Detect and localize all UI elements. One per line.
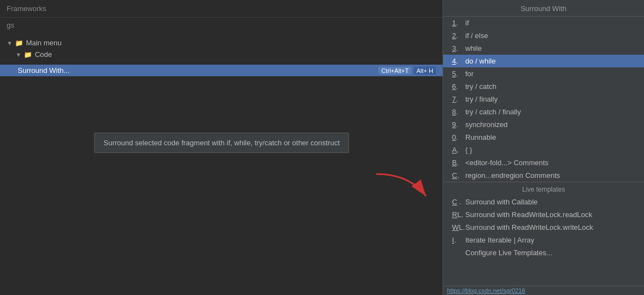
arrow-icon: ▼: [7, 40, 13, 46]
item-text: region...endregion Comments: [465, 171, 560, 180]
underline-key: 3: [452, 44, 456, 52]
shortcut-1: Ctrl+Alt+T: [378, 67, 412, 75]
surround-item[interactable]: 6. try / catch: [443, 80, 644, 93]
underline-key: 5: [452, 70, 456, 78]
item-key: 2.: [452, 31, 465, 40]
surround-item[interactable]: A. { }: [443, 144, 644, 156]
surround-item[interactable]: 0. Runnable: [443, 131, 644, 144]
underline-key: 9: [452, 120, 456, 129]
underline-key: C: [452, 198, 457, 206]
item-text: do / while: [465, 57, 496, 65]
surround-item[interactable]: 2. if / else: [443, 29, 644, 42]
underline-key: 2: [452, 31, 456, 40]
item-key: 5.: [452, 70, 465, 78]
underline-key: 1: [452, 19, 456, 27]
surround-item[interactable]: 4. do / while: [443, 55, 644, 67]
gs-text: gs: [7, 21, 14, 29]
live-item-key: RL.: [452, 210, 465, 219]
underline-key: 4: [452, 57, 456, 65]
surround-item[interactable]: B. <editor-fold...> Comments: [443, 156, 644, 169]
surround-with-label: Surround With...: [18, 66, 70, 75]
item-text: try / catch: [465, 82, 496, 91]
underline-key: 6: [452, 82, 456, 91]
live-item[interactable]: C . Surround with Callable: [443, 196, 644, 208]
underline-key: I: [452, 236, 454, 244]
item-key: 8.: [452, 108, 465, 116]
folder-icon: 📁: [15, 39, 23, 47]
live-item-text: Surround with ReadWriteLock.readLock: [465, 210, 593, 219]
live-item[interactable]: RL. Surround with ReadWriteLock.readLock: [443, 208, 644, 221]
frameworks-label: Frameworks: [7, 4, 46, 13]
live-item-text: Configure Live Templates...: [465, 249, 552, 257]
item-text: try / finally: [465, 95, 498, 103]
surround-item[interactable]: 1. if: [443, 17, 644, 29]
surround-item[interactable]: 7. try / finally: [443, 93, 644, 106]
underline-key: W: [452, 223, 459, 231]
item-key: 9.: [452, 120, 465, 129]
surround-item[interactable]: C. region...endregion Comments: [443, 169, 644, 182]
surround-with-menu-item[interactable]: Surround With... Ctrl+Alt+T Alt+ H: [0, 65, 443, 76]
live-item[interactable]: WL. Surround with ReadWriteLock.writeLoc…: [443, 221, 644, 234]
surround-item[interactable]: 9. synchronized: [443, 118, 644, 131]
item-text: while: [465, 44, 482, 52]
item-key: 1.: [452, 19, 465, 27]
live-items-list: C . Surround with CallableRL. Surround w…: [443, 196, 644, 259]
tooltip-box: Surround selected code fragment with if,…: [94, 133, 349, 153]
underline-key: 0: [452, 133, 456, 141]
item-key: 3.: [452, 44, 465, 52]
shortcut-2: Alt+ H: [414, 67, 436, 75]
item-key: B.: [452, 159, 465, 167]
right-panel: Surround With 1. if2. if / else3. while4…: [443, 0, 644, 295]
arrow-indicator: [365, 163, 443, 207]
live-item-text: Surround with Callable: [465, 198, 538, 206]
underline-key: 7: [452, 95, 456, 103]
item-key: 4.: [452, 57, 465, 65]
tooltip-text: Surround selected code fragment with if,…: [103, 139, 340, 147]
surround-with-title: Surround With: [443, 0, 644, 17]
live-item-text: Iterate Iterable | Array: [465, 236, 534, 244]
surround-item[interactable]: 8. try / catch / finally: [443, 106, 644, 118]
folder-icon-code: 📁: [24, 51, 32, 59]
gs-label: gs: [0, 18, 443, 33]
item-text: if / else: [465, 31, 488, 40]
underline-key: R: [452, 210, 457, 219]
live-item-key: WL.: [452, 223, 465, 231]
item-key: 6.: [452, 82, 465, 91]
underline-key: A: [452, 146, 457, 154]
surround-item[interactable]: 3. while: [443, 42, 644, 55]
left-panel: Frameworks gs ▼ 📁 Main menu ▼ 📁 Code Sur…: [0, 0, 443, 295]
live-templates-header: Live templates: [443, 182, 644, 196]
item-text: try / catch / finally: [465, 108, 521, 116]
surround-item[interactable]: 5. for: [443, 67, 644, 80]
live-item[interactable]: Configure Live Templates...: [443, 246, 644, 259]
shortcut-badges: Ctrl+Alt+T Alt+ H: [378, 67, 436, 75]
underline-key: 8: [452, 108, 456, 116]
item-text: for: [465, 70, 474, 78]
underline-key: B: [452, 159, 457, 167]
item-key: 7.: [452, 95, 465, 103]
main-menu-label: Main menu: [26, 39, 61, 47]
item-key: 0.: [452, 133, 465, 141]
item-text: { }: [465, 146, 472, 154]
frameworks-header: Frameworks: [0, 0, 443, 18]
tree-section: ▼ 📁 Main menu ▼ 📁 Code: [0, 33, 443, 65]
item-key: A.: [452, 146, 465, 154]
item-text: Runnable: [465, 133, 496, 141]
code-label: Code: [35, 50, 52, 59]
underline-key: C: [452, 171, 457, 180]
item-key: C.: [452, 171, 465, 180]
arrow-icon-code: ▼: [15, 51, 22, 58]
live-item-text: Surround with ReadWriteLock.writeLock: [465, 223, 593, 231]
live-item[interactable]: I. Iterate Iterable | Array: [443, 234, 644, 246]
live-item-key: C .: [452, 198, 465, 206]
item-text: if: [465, 19, 469, 27]
code-item[interactable]: ▼ 📁 Code: [0, 49, 443, 60]
surround-items-list: 1. if2. if / else3. while4. do / while5.…: [443, 17, 644, 182]
main-menu-item[interactable]: ▼ 📁 Main menu: [0, 37, 443, 49]
item-text: <editor-fold...> Comments: [465, 159, 548, 167]
url-bar: https://blog.csdn.net/sgr0216: [443, 286, 644, 295]
live-item-key: I.: [452, 236, 465, 244]
item-text: synchronized: [465, 120, 508, 129]
